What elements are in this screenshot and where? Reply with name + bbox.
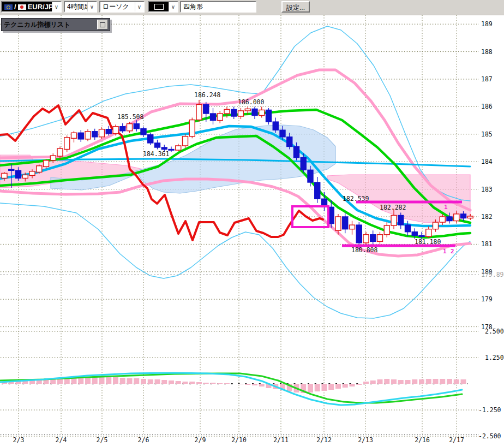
- candle-up: [224, 109, 230, 114]
- candle-up: [57, 148, 63, 156]
- macd-histogram-bar: [343, 384, 348, 388]
- candle-down: [266, 110, 272, 122]
- chart-type-label: ローソク: [100, 2, 135, 11]
- macd-histogram-bar: [99, 377, 105, 384]
- macd-histogram-bar: [127, 378, 133, 384]
- drawing-handle-label: 2: [451, 248, 454, 255]
- candle-up: [217, 114, 223, 121]
- chart-type-select[interactable]: ローソク ∨: [99, 1, 145, 13]
- chevron-down-icon[interactable]: ∨: [52, 2, 61, 11]
- macd-histogram-bar: [203, 383, 209, 384]
- candle-up: [245, 109, 250, 111]
- macd-histogram-bar: [391, 379, 397, 384]
- drawing-handle-label: 1: [443, 248, 447, 255]
- candle-down: [294, 146, 299, 157]
- pair-separator: /: [14, 2, 16, 11]
- macd-histogram-bar: [183, 382, 188, 384]
- price-axis-label: 186: [481, 103, 493, 110]
- candle-down: [203, 104, 209, 114]
- candle-down: [92, 132, 98, 137]
- japan-flag-icon: [18, 4, 26, 10]
- macd-histogram-bar: [211, 383, 216, 384]
- candle-up: [467, 216, 473, 218]
- macd-histogram-bar: [322, 384, 327, 391]
- candle-up: [350, 225, 355, 229]
- candle-up: [183, 136, 188, 146]
- candle-down: [273, 122, 278, 130]
- macd-histogram-bar: [440, 379, 445, 384]
- macd-histogram-bar: [238, 384, 244, 384]
- candle-up: [85, 132, 91, 139]
- macd-histogram-bar: [196, 382, 202, 384]
- macd-histogram-bar: [335, 384, 341, 389]
- candle-up: [99, 129, 105, 137]
- date-axis-label: 2/17: [449, 436, 464, 444]
- chevron-down-icon[interactable]: ∨: [87, 2, 96, 11]
- macd-histogram-bar: [412, 379, 417, 384]
- macd-histogram-bar: [189, 382, 195, 384]
- date-axis-label: 2/16: [415, 436, 430, 444]
- candle-down: [315, 182, 320, 199]
- candle-down: [161, 147, 167, 150]
- macd-histogram-bar: [398, 380, 404, 384]
- macd-histogram-bar: [384, 379, 389, 384]
- settings-button[interactable]: 設定...: [281, 1, 310, 13]
- technical-indicator-list-panel[interactable]: テクニカル指標リスト: [1, 18, 110, 31]
- price-axis-label: 181: [481, 240, 493, 248]
- candle-down: [301, 158, 306, 170]
- candle-down: [308, 170, 313, 182]
- date-axis-label: 2/11: [273, 436, 289, 444]
- macd-histogram-bar: [106, 377, 111, 384]
- candle-down: [134, 124, 139, 129]
- shape-name-input[interactable]: [180, 1, 256, 13]
- drawing-shape-select[interactable]: ∨: [148, 1, 178, 13]
- macd-histogram-bar: [454, 379, 459, 384]
- macd-histogram-bar: [134, 378, 139, 384]
- candle-up: [22, 175, 28, 178]
- macd-histogram-bar: [405, 380, 411, 384]
- candle-down: [398, 215, 404, 225]
- price-axis-label: 185: [481, 130, 493, 138]
- price-chart-canvas[interactable]: 185.508184.361186.248186.000182.539182.2…: [0, 0, 504, 446]
- macd-panel: [0, 373, 468, 405]
- date-axis-label: 2/3: [13, 436, 25, 444]
- candle-down: [461, 214, 466, 218]
- collapse-box-button[interactable]: [97, 20, 108, 29]
- macd-histogram-bar: [141, 379, 146, 384]
- candle-down: [231, 109, 237, 116]
- swing-price-label: 180.808: [351, 246, 378, 254]
- macd-cyan: [0, 373, 462, 405]
- candle-up: [44, 160, 49, 167]
- date-axis-label: 2/10: [231, 436, 247, 444]
- date-axis-label: 2/6: [138, 436, 149, 444]
- price-axis-label: 184: [481, 158, 493, 165]
- candle-up: [127, 124, 133, 131]
- swing-price-label: 186.000: [238, 98, 265, 106]
- candle-up: [196, 104, 202, 120]
- candle-up: [238, 111, 244, 116]
- macd-histogram-bar: [169, 380, 174, 384]
- candle-up: [2, 173, 7, 178]
- candle-down: [412, 232, 417, 236]
- candle-up: [176, 146, 181, 150]
- candle-down: [447, 217, 452, 221]
- price-axis-label: 189: [481, 20, 493, 28]
- candle-up: [335, 217, 341, 230]
- symbol-select[interactable]: / EUR/JPY ∨: [1, 1, 62, 13]
- drawing-handle-label: 1: [444, 204, 448, 211]
- candle-down: [419, 235, 424, 236]
- candle-up: [64, 138, 70, 150]
- macd-histogram-bar: [245, 384, 250, 385]
- macd-histogram-bar: [113, 377, 118, 384]
- timeframe-select[interactable]: 4時間足 ∨: [64, 1, 97, 13]
- chevron-down-icon[interactable]: ∨: [135, 2, 143, 11]
- chevron-down-icon[interactable]: ∨: [169, 2, 177, 11]
- candle-up: [363, 235, 369, 243]
- candle-down: [78, 133, 83, 139]
- sub-axis-label: -1.250: [478, 406, 501, 414]
- candle-down: [280, 130, 285, 137]
- date-axis-label: 2/4: [56, 436, 67, 444]
- drawing-rectangle[interactable]: [292, 206, 328, 227]
- price-axis-label: 183: [481, 186, 493, 193]
- macd-histogram-bar: [155, 379, 160, 384]
